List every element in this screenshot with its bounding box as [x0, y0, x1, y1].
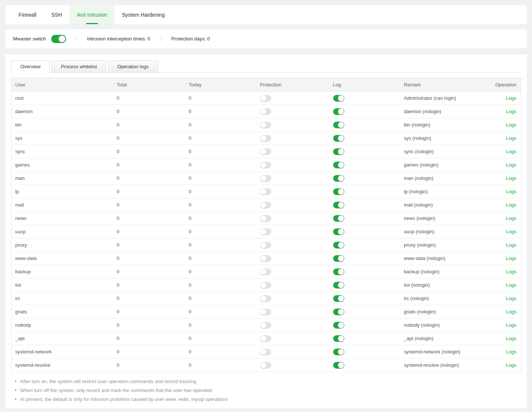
- logs-link[interactable]: Logs: [506, 175, 516, 181]
- toggle-knob: [260, 189, 266, 195]
- protection-cell: [256, 212, 329, 225]
- protection-cell: [256, 265, 329, 278]
- today-cell: 0: [185, 252, 256, 265]
- protection-cell: [256, 345, 329, 359]
- log-toggle[interactable]: [333, 215, 344, 222]
- logs-link[interactable]: Logs: [506, 135, 516, 141]
- logs-link[interactable]: Logs: [506, 349, 516, 355]
- logs-link[interactable]: Logs: [506, 362, 516, 368]
- log-toggle[interactable]: [333, 242, 344, 248]
- table-row: systemd-resolve00systemd-resolve (nologi…: [12, 359, 521, 372]
- logs-link[interactable]: Logs: [506, 256, 516, 261]
- logs-link[interactable]: Logs: [506, 162, 516, 168]
- logs-link[interactable]: Logs: [506, 296, 516, 301]
- logs-link[interactable]: Logs: [506, 95, 516, 101]
- logs-link[interactable]: Logs: [506, 229, 516, 234]
- protection-toggle[interactable]: [260, 282, 271, 289]
- log-toggle[interactable]: [333, 108, 344, 115]
- protection-toggle[interactable]: [260, 309, 271, 315]
- log-toggle[interactable]: [333, 335, 344, 342]
- toggle-knob: [338, 135, 344, 141]
- protection-toggle[interactable]: [260, 188, 271, 195]
- log-toggle[interactable]: [333, 122, 344, 128]
- log-toggle[interactable]: [333, 148, 344, 155]
- log-toggle[interactable]: [333, 95, 344, 102]
- main-tab-ssh[interactable]: SSH: [44, 5, 69, 24]
- logs-link[interactable]: Logs: [506, 322, 516, 328]
- protection-toggle[interactable]: [260, 268, 271, 275]
- protection-toggle[interactable]: [260, 162, 271, 168]
- sub-tab-process-whitelist[interactable]: Process whitelist: [52, 60, 106, 73]
- toggle-knob: [260, 309, 266, 315]
- protection-toggle[interactable]: [260, 335, 271, 342]
- protection-toggle[interactable]: [260, 362, 271, 369]
- table-row: daemon00daemon (nologin)Logs: [12, 105, 521, 118]
- table-row: bin00bin (nologin)Logs: [12, 118, 521, 132]
- operation-cell: Logs: [482, 92, 521, 105]
- logs-link[interactable]: Logs: [506, 336, 516, 341]
- logs-link[interactable]: Logs: [506, 309, 516, 314]
- log-toggle[interactable]: [333, 295, 344, 302]
- protection-toggle[interactable]: [260, 108, 271, 115]
- total-cell: 0: [113, 145, 185, 158]
- protection-toggle[interactable]: [260, 175, 271, 182]
- divider: [161, 36, 161, 42]
- log-toggle[interactable]: [333, 282, 344, 289]
- logs-link[interactable]: Logs: [506, 109, 516, 114]
- logs-link[interactable]: Logs: [506, 242, 516, 248]
- protection-toggle[interactable]: [260, 295, 271, 302]
- log-toggle[interactable]: [333, 228, 344, 235]
- toggle-knob: [338, 309, 344, 315]
- sub-tab-bar: OverviewProcess whitelistOperation logs: [11, 60, 521, 73]
- main-tab-system-hardening[interactable]: System Hardening: [115, 5, 172, 24]
- log-toggle[interactable]: [333, 255, 344, 262]
- protection-toggle[interactable]: [260, 228, 271, 235]
- today-cell: 0: [185, 332, 256, 345]
- logs-link[interactable]: Logs: [506, 122, 516, 128]
- main-tab-firewall[interactable]: Firewall: [11, 5, 44, 24]
- protection-toggle[interactable]: [260, 202, 271, 208]
- protection-cell: [256, 332, 329, 345]
- log-toggle[interactable]: [333, 322, 344, 329]
- column-header-user: User: [12, 78, 113, 92]
- protection-toggle[interactable]: [260, 242, 271, 248]
- log-toggle[interactable]: [333, 268, 344, 275]
- main-tab-anti-intrusion[interactable]: Anti Intrusion: [69, 5, 115, 24]
- toggle-knob: [338, 282, 344, 288]
- log-toggle[interactable]: [333, 309, 344, 315]
- logs-link[interactable]: Logs: [506, 149, 516, 154]
- log-cell: [329, 319, 400, 332]
- protection-toggle[interactable]: [260, 95, 271, 102]
- protection-toggle[interactable]: [260, 215, 271, 222]
- log-toggle[interactable]: [333, 162, 344, 168]
- protection-toggle[interactable]: [260, 135, 271, 142]
- master-switch-toggle[interactable]: [51, 35, 66, 43]
- logs-link[interactable]: Logs: [506, 189, 516, 194]
- user-cell: irc: [12, 292, 113, 305]
- protection-toggle[interactable]: [260, 122, 271, 128]
- log-toggle[interactable]: [333, 349, 344, 355]
- protection-toggle[interactable]: [260, 148, 271, 155]
- sub-tab-operation-logs[interactable]: Operation logs: [108, 60, 158, 73]
- log-toggle[interactable]: [333, 175, 344, 182]
- logs-link[interactable]: Logs: [506, 282, 516, 288]
- logs-link[interactable]: Logs: [506, 269, 516, 274]
- log-cell: [329, 158, 400, 172]
- log-toggle[interactable]: [333, 135, 344, 142]
- switch-stats: Intrusion interception times: 0Protectio…: [66, 36, 210, 42]
- protection-toggle[interactable]: [260, 349, 271, 355]
- log-toggle[interactable]: [333, 188, 344, 195]
- protection-toggle[interactable]: [260, 322, 271, 329]
- log-toggle[interactable]: [333, 362, 344, 369]
- master-switch-label: Mwaster switch: [13, 36, 46, 42]
- protection-cell: [256, 158, 329, 172]
- total-cell: 0: [113, 172, 185, 185]
- sub-tab-overview[interactable]: Overview: [11, 60, 50, 73]
- logs-link[interactable]: Logs: [506, 202, 516, 208]
- log-toggle[interactable]: [333, 202, 344, 208]
- user-cell: games: [12, 158, 113, 172]
- operation-cell: Logs: [482, 212, 521, 225]
- protection-toggle[interactable]: [260, 255, 271, 262]
- logs-link[interactable]: Logs: [506, 215, 516, 221]
- operation-cell: Logs: [482, 105, 521, 118]
